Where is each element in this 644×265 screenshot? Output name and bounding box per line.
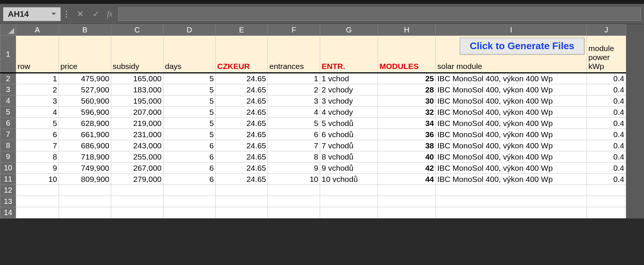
- enter-icon[interactable]: ✓: [91, 9, 100, 19]
- cell-F7[interactable]: 6: [268, 129, 320, 140]
- cell-E10[interactable]: 24.65: [216, 163, 268, 174]
- cell-I5[interactable]: IBC MonoSol 400, výkon 400 Wp: [436, 107, 587, 118]
- cell-I8[interactable]: IBC MonoSol 400, výkon 400 Wp: [436, 140, 587, 151]
- cell-empty-14-5[interactable]: [268, 207, 320, 218]
- cell-B6[interactable]: 628,900: [59, 118, 111, 129]
- cell-B7[interactable]: 661,900: [59, 129, 111, 140]
- cell-H6[interactable]: 34: [378, 118, 436, 129]
- cell-H4[interactable]: 30: [378, 95, 436, 107]
- cell-empty-13-1[interactable]: [59, 196, 111, 207]
- cell-I2[interactable]: IBC MonoSol 400, výkon 400 Wp: [436, 73, 587, 84]
- cell-empty-13-6[interactable]: [320, 196, 378, 207]
- name-box[interactable]: AH14: [3, 7, 61, 21]
- cell-J2[interactable]: 0.4: [587, 73, 626, 84]
- row-header-1[interactable]: 1: [0, 36, 16, 73]
- cell-E9[interactable]: 24.65: [216, 151, 268, 163]
- cell-B3[interactable]: 527,900: [59, 84, 111, 95]
- cell-B2[interactable]: 475,900: [59, 73, 111, 84]
- cell-empty-13-4[interactable]: [216, 196, 268, 207]
- row-header-4[interactable]: 4: [0, 95, 16, 107]
- cell-C8[interactable]: 243,000: [111, 140, 163, 151]
- cell-A9[interactable]: 8: [16, 151, 59, 163]
- cell-empty-12-1[interactable]: [59, 185, 111, 196]
- cell-J4[interactable]: 0.4: [587, 95, 626, 107]
- cell-C11[interactable]: 279,000: [111, 174, 163, 185]
- header-cell-D[interactable]: days: [163, 36, 216, 73]
- cell-B8[interactable]: 686,900: [59, 140, 111, 151]
- cell-B5[interactable]: 596,900: [59, 107, 111, 118]
- cell-E11[interactable]: 24.65: [216, 174, 268, 185]
- cell-empty-13-7[interactable]: [378, 196, 436, 207]
- col-header-C[interactable]: C: [111, 25, 163, 36]
- cell-C4[interactable]: 195,000: [111, 95, 163, 107]
- cell-C7[interactable]: 231,000: [111, 129, 163, 140]
- cell-D5[interactable]: 5: [163, 107, 216, 118]
- col-header-J[interactable]: J: [587, 25, 626, 36]
- cell-H2[interactable]: 25: [378, 73, 436, 84]
- cell-empty-12-9[interactable]: [587, 185, 626, 196]
- cell-E6[interactable]: 24.65: [216, 118, 268, 129]
- cell-empty-12-8[interactable]: [436, 185, 587, 196]
- col-header-D[interactable]: D: [163, 25, 216, 36]
- cell-I6[interactable]: IBC MonoSol 400, výkon 400 Wp: [436, 118, 587, 129]
- cell-J5[interactable]: 0.4: [587, 107, 626, 118]
- cell-H5[interactable]: 32: [378, 107, 436, 118]
- cell-A11[interactable]: 10: [16, 174, 59, 185]
- cell-J9[interactable]: 0.4: [587, 151, 626, 163]
- cell-H7[interactable]: 36: [378, 129, 436, 140]
- cell-B11[interactable]: 809,900: [59, 174, 111, 185]
- cell-J10[interactable]: 0.4: [587, 163, 626, 174]
- cell-A10[interactable]: 9: [16, 163, 59, 174]
- cell-A7[interactable]: 6: [16, 129, 59, 140]
- header-cell-J[interactable]: modulepowerkWp: [587, 36, 626, 73]
- cell-empty-14-7[interactable]: [378, 207, 436, 218]
- header-cell-H[interactable]: MODULES: [378, 36, 436, 73]
- row-header-10[interactable]: 10: [0, 163, 16, 174]
- cell-D10[interactable]: 6: [163, 163, 216, 174]
- cell-H10[interactable]: 42: [378, 163, 436, 174]
- cell-F5[interactable]: 4: [268, 107, 320, 118]
- cell-F9[interactable]: 8: [268, 151, 320, 163]
- cell-C3[interactable]: 183,000: [111, 84, 163, 95]
- cell-E3[interactable]: 24.65: [216, 84, 268, 95]
- row-header-13[interactable]: 13: [0, 196, 16, 207]
- col-header-B[interactable]: B: [59, 25, 111, 36]
- cell-G4[interactable]: 3 vchody: [320, 95, 378, 107]
- cell-I10[interactable]: IBC MonoSol 400, výkon 400 Wp: [436, 163, 587, 174]
- cell-F4[interactable]: 3: [268, 95, 320, 107]
- cell-F3[interactable]: 2: [268, 84, 320, 95]
- cell-D8[interactable]: 6: [163, 140, 216, 151]
- header-cell-B[interactable]: price: [59, 36, 111, 73]
- cell-empty-13-2[interactable]: [111, 196, 163, 207]
- cell-G6[interactable]: 5 vchodů: [320, 118, 378, 129]
- cell-G3[interactable]: 2 vchody: [320, 84, 378, 95]
- cell-H9[interactable]: 40: [378, 151, 436, 163]
- col-header-E[interactable]: E: [216, 25, 268, 36]
- row-header-9[interactable]: 9: [0, 151, 16, 163]
- name-box-dropdown-icon[interactable]: [51, 13, 56, 15]
- row-header-14[interactable]: 14: [0, 207, 16, 218]
- row-header-12[interactable]: 12: [0, 185, 16, 196]
- cell-F10[interactable]: 9: [268, 163, 320, 174]
- cell-D3[interactable]: 5: [163, 84, 216, 95]
- header-cell-G[interactable]: ENTR.: [320, 36, 378, 73]
- col-header-A[interactable]: A: [16, 25, 59, 36]
- cell-E7[interactable]: 24.65: [216, 129, 268, 140]
- cell-A3[interactable]: 2: [16, 84, 59, 95]
- row-header-7[interactable]: 7: [0, 129, 16, 140]
- cell-C5[interactable]: 207,000: [111, 107, 163, 118]
- select-all-corner[interactable]: [0, 25, 16, 36]
- cell-empty-12-3[interactable]: [163, 185, 216, 196]
- cell-G7[interactable]: 6 vchodů: [320, 129, 378, 140]
- cell-B10[interactable]: 749,900: [59, 163, 111, 174]
- cell-empty-13-0[interactable]: [16, 196, 59, 207]
- cell-D4[interactable]: 5: [163, 95, 216, 107]
- generate-files-button[interactable]: Click to Generate Files: [460, 38, 584, 54]
- cell-empty-12-6[interactable]: [320, 185, 378, 196]
- cell-G5[interactable]: 4 vchody: [320, 107, 378, 118]
- cell-F11[interactable]: 10: [268, 174, 320, 185]
- cell-A4[interactable]: 3: [16, 95, 59, 107]
- cell-J11[interactable]: 0.4: [587, 174, 626, 185]
- cell-empty-13-5[interactable]: [268, 196, 320, 207]
- cell-empty-13-8[interactable]: [436, 196, 587, 207]
